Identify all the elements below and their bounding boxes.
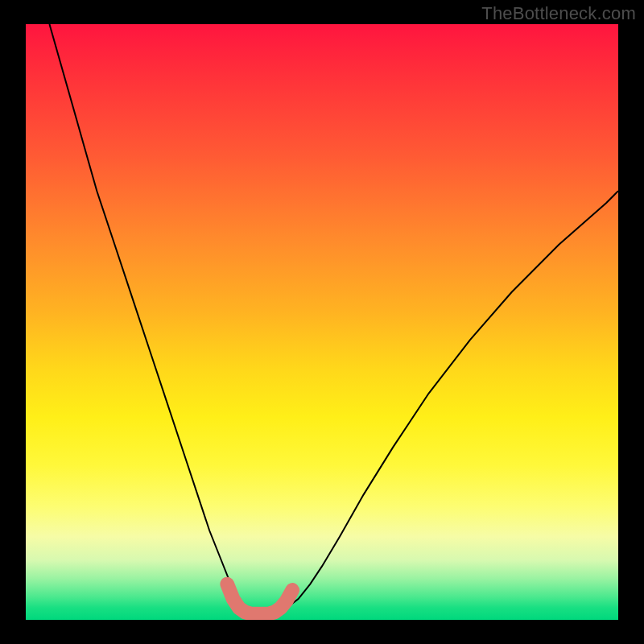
gradient-plot-area — [26, 24, 618, 620]
watermark-text: TheBottleneck.com — [481, 3, 636, 24]
bottleneck-curve — [49, 24, 618, 614]
chart-frame: TheBottleneck.com — [0, 0, 644, 644]
highlight-band — [227, 584, 292, 614]
curve-svg — [26, 24, 618, 620]
